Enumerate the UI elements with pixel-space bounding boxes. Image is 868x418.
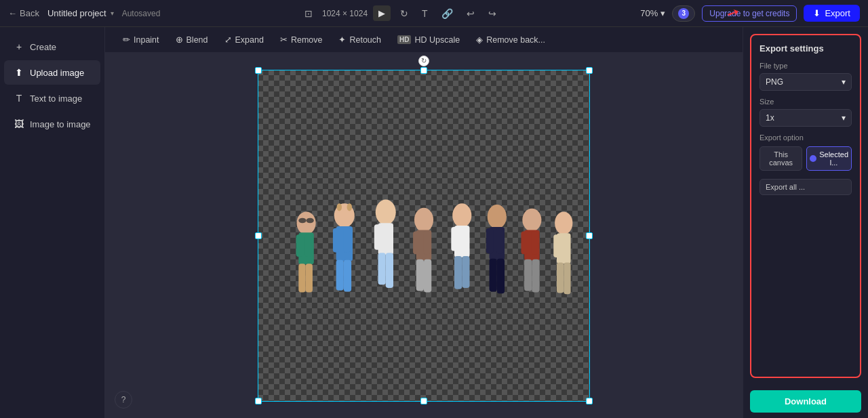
inpaint-label: Inpaint [134,35,159,45]
nav-left: ← Back Untitled project ▾ Autosaved [8,8,160,18]
svg-rect-16 [344,259,351,291]
selected-layer-label: Selected l... [819,150,848,167]
svg-rect-37 [486,228,493,253]
remove-bg-label: Remove back... [486,35,545,45]
help-button[interactable]: ? [115,391,132,409]
svg-rect-27 [416,259,424,291]
file-type-value: PNG [766,77,783,87]
svg-rect-3 [305,234,311,257]
handle-bottom-middle[interactable] [420,398,427,404]
inpaint-icon: ✏ [123,35,130,45]
svg-rect-43 [521,231,528,254]
link-button[interactable]: 🔗 [437,5,457,22]
svg-rect-26 [423,231,430,254]
remove-icon: ✂ [280,35,288,45]
undo-button[interactable]: ↩ [462,5,479,22]
blend-button[interactable]: ⊕ Blend [169,31,215,48]
svg-point-6 [298,217,306,223]
sidebar-image-label: Image to image [30,119,91,129]
svg-rect-21 [378,253,386,285]
canvas-inner: ↻ [258,70,590,402]
canvas-area: ✏ Inpaint ⊕ Blend ⤢ Expand ✂ Remove ✦ Re… [105,27,743,418]
play-button[interactable]: ▶ [373,5,391,21]
zoom-value: 70% [640,8,658,18]
remove-label: Remove [291,35,323,45]
remove-background-button[interactable]: ◈ Remove back... [469,31,552,48]
handle-bottom-left[interactable] [255,398,262,404]
export-button[interactable]: ⬇ Export [804,5,860,22]
export-option-row: This canvas Selected l... [760,146,852,171]
export-options: This canvas Selected l... Export all ... [760,146,852,195]
upscale-label: HD Upscale [414,35,460,45]
download-button[interactable]: Download [750,390,861,413]
expand-icon: ⤢ [224,35,232,45]
export-all-button[interactable]: Export all ... [760,179,852,195]
svg-rect-32 [461,226,468,251]
project-name[interactable]: Untitled project ▾ [47,8,114,18]
handle-top-middle[interactable] [420,67,427,74]
remove-button[interactable]: ✂ Remove [273,31,330,48]
size-value: 1x [766,113,774,123]
rotate-handle[interactable]: ↻ [418,56,429,66]
selected-layer-button[interactable]: Selected l... [806,146,852,171]
sidebar: + Create ⬆ Upload image T Text to image … [0,27,105,418]
refresh-button[interactable]: ↻ [396,5,412,22]
blend-label: Blend [186,35,208,45]
zoom-dropdown-icon: ▾ [660,8,665,18]
remove-bg-icon: ◈ [476,35,483,45]
sidebar-create-label: Create [30,42,56,52]
svg-rect-49 [553,234,560,257]
svg-rect-25 [413,231,420,254]
svg-rect-44 [531,231,538,254]
credits-badge: 3 [672,5,695,22]
redo-button[interactable]: ↪ [484,5,500,22]
text-tool-button[interactable]: T [418,5,432,22]
sidebar-item-upload-image[interactable]: ⬆ Upload image [4,60,100,85]
svg-rect-40 [497,258,505,293]
upgrade-button[interactable]: Upgrade to get credits [702,5,797,22]
svg-point-10 [337,203,342,211]
back-arrow-icon: ← [8,8,17,18]
svg-rect-50 [562,234,569,257]
handle-top-left[interactable] [255,67,262,74]
expand-label: Expand [235,35,264,45]
svg-point-41 [522,208,541,231]
export-label: Export [825,8,850,18]
canvas-wrapper[interactable]: ↻ [105,53,743,418]
svg-rect-31 [451,226,458,251]
size-chevron: ▾ [842,113,846,123]
blend-icon: ⊕ [176,35,183,45]
children-illustration [258,185,590,388]
inpaint-button[interactable]: ✏ Inpaint [116,31,166,48]
nav-center: ⊡ 1024 × 1024 ▶ ↻ T 🔗 ↩ ↪ [300,5,500,22]
sidebar-item-text-to-image[interactable]: T Text to image [4,86,100,110]
zoom-control[interactable]: 70% ▾ [640,8,665,18]
image-icon: 🖼 [14,119,24,129]
back-button[interactable]: ← Back [8,8,39,18]
sidebar-item-image-to-image[interactable]: 🖼 Image to image [4,112,100,136]
expand-button[interactable]: ⤢ Expand [218,31,271,48]
handle-top-right[interactable] [586,67,593,74]
upscale-button[interactable]: HD HD Upscale [391,32,467,48]
handle-bottom-right[interactable] [586,398,593,404]
svg-rect-51 [557,262,564,293]
file-type-label: File type [760,62,852,70]
svg-point-7 [307,217,314,223]
frame-icon-button[interactable]: ⊡ [300,5,317,22]
sidebar-text-label: Text to image [30,93,82,104]
create-icon: + [14,41,24,52]
svg-rect-46 [532,259,539,292]
size-select[interactable]: 1x ▾ [760,109,852,127]
retouch-icon: ✦ [338,35,346,45]
this-canvas-button[interactable]: This canvas [760,146,802,171]
svg-rect-28 [424,259,431,292]
file-type-select[interactable]: PNG ▾ [760,73,852,91]
svg-rect-20 [386,224,393,250]
retouch-button[interactable]: ✦ Retouch [332,31,388,48]
svg-rect-14 [344,228,351,252]
hd-icon: HD [397,35,411,44]
export-panel: Export settings File type PNG ▾ Size 1x … [743,27,868,418]
svg-point-29 [452,203,471,228]
sidebar-item-create[interactable]: + Create [4,35,100,59]
svg-point-17 [376,199,396,225]
